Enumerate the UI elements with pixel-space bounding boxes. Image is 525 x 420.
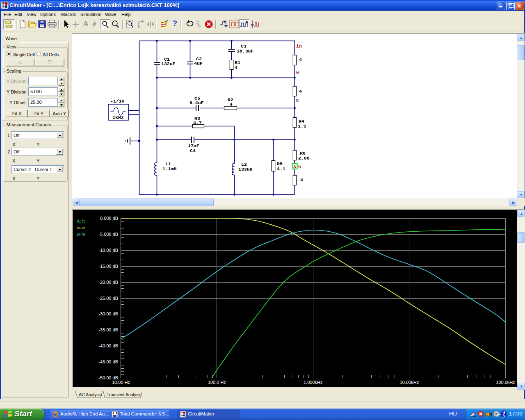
svg-text:-5.000 dB: -5.000 dB [98,232,118,237]
svg-text:-40.00 dB: -40.00 dB [98,343,118,348]
svg-text:A: A [293,164,296,169]
svg-text:4: 4 [230,102,233,107]
svg-text:133uH: 133uH [238,167,253,172]
svg-text:9.4uF: 9.4uF [189,100,204,105]
svg-text:-45.00 dB: -45.00 dB [98,359,118,364]
svg-text:10.00 Hz: 10.00 Hz [112,380,130,385]
svg-text:10.00kHz: 10.00kHz [400,380,419,385]
svg-text:C4: C4 [190,148,196,153]
svg-text:1.000kHz: 1.000kHz [304,380,322,385]
svg-text:-1/1V: -1/1V [110,98,125,104]
svg-text:4uF: 4uF [194,61,203,66]
svg-text:1kHz: 1kHz [112,115,124,120]
svg-text:w: w [296,70,299,75]
svg-text:132uF: 132uF [161,61,176,66]
svg-text:18.3uF: 18.3uF [237,48,254,54]
svg-text:0.000 dB: 0.000 dB [100,216,118,221]
svg-text:100.0 Hz: 100.0 Hz [208,380,226,385]
svg-text:4.7: 4.7 [193,120,202,126]
svg-text:-30.00 dB: -30.00 dB [98,311,118,316]
svg-text:AC Analysis: AC Analysis [79,392,102,397]
svg-text:2.06: 2.06 [298,155,310,161]
svg-text:Transient Analysis: Transient Analysis [107,392,142,397]
svg-text:4.1: 4.1 [277,166,285,171]
svg-text:1.5: 1.5 [298,123,306,129]
svg-text:1.1mH: 1.1mH [162,166,177,171]
svg-text:-25.00 dB: -25.00 dB [98,296,118,301]
svg-text:m: m [296,98,299,103]
svg-text:4: 4 [300,177,303,183]
svg-text:in-w: in-w [77,225,85,230]
svg-text:4: 4 [299,57,302,62]
svg-text:-35.00 dB: -35.00 dB [98,327,118,332]
svg-text:4: 4 [299,89,302,94]
svg-text:4: 4 [235,65,237,70]
svg-text:A: h: A: h [77,219,85,224]
svg-text:-20.00 dB: -20.00 dB [98,280,118,285]
svg-text:in: in [296,43,302,49]
svg-text:-15.00 dB: -15.00 dB [98,264,118,269]
svg-text:-10.00 dB: -10.00 dB [98,248,118,253]
svg-text:h: h [298,164,301,169]
svg-text:w-m: w-m [76,232,85,237]
svg-text:100.0kHz: 100.0kHz [496,380,515,385]
